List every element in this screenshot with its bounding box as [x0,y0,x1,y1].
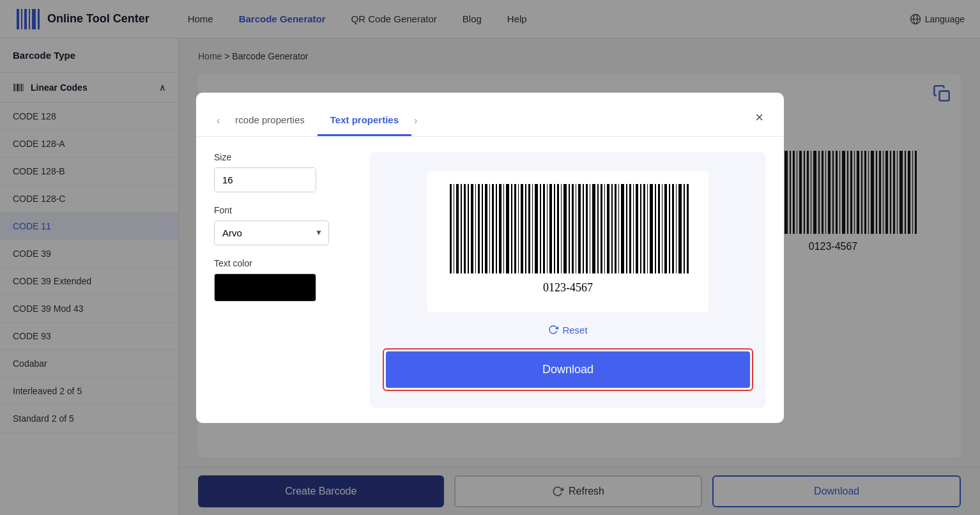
svg-rect-117 [640,184,641,273]
svg-rect-123 [662,184,662,273]
font-select[interactable]: Arvo Arial Roboto Courier Times New Roma… [214,220,329,245]
download-modal-button[interactable]: Download [386,351,750,388]
svg-rect-69 [468,184,469,273]
svg-rect-102 [586,184,588,273]
modal-left-panel: Size ▲ ▼ Font Arvo Arial [214,152,355,408]
svg-rect-88 [535,184,538,273]
svg-rect-103 [590,184,590,273]
svg-rect-127 [676,184,677,273]
svg-rect-97 [569,184,570,273]
svg-rect-82 [514,184,516,273]
reset-button[interactable]: Reset [548,325,587,335]
svg-rect-119 [647,184,648,273]
svg-rect-118 [643,184,645,273]
prev-tab-arrow[interactable]: ‹ [214,115,222,127]
font-label: Font [214,205,329,215]
text-color-label: Text color [214,258,355,268]
svg-rect-114 [629,184,631,273]
svg-rect-81 [511,184,512,273]
svg-rect-74 [485,184,487,273]
svg-rect-124 [664,184,667,273]
svg-rect-87 [532,184,533,273]
modal-body: Size ▲ ▼ Font Arvo Arial [196,137,784,423]
svg-rect-95 [561,184,562,273]
svg-rect-72 [478,184,480,273]
svg-rect-113 [626,184,627,273]
download-button-wrap: Download [383,348,753,391]
svg-rect-112 [621,184,624,273]
modal-barcode-svg: 0123-4567 [447,184,689,299]
font-field: Font Arvo Arial Roboto Courier Times New… [214,205,329,245]
font-select-wrap: Arvo Arial Roboto Courier Times New Roma… [214,220,329,245]
svg-rect-111 [618,184,619,273]
svg-rect-109 [611,184,613,273]
svg-rect-100 [578,184,581,273]
modal: ‹ rcode properties Text properties › × S… [196,93,784,423]
modal-overlay[interactable]: ‹ rcode properties Text properties › × S… [0,0,980,515]
svg-rect-83 [518,184,519,273]
svg-rect-125 [669,184,670,273]
svg-rect-107 [604,184,605,273]
modal-header: ‹ rcode properties Text properties › × [196,93,784,137]
svg-rect-84 [521,184,523,273]
reset-icon [548,325,558,335]
svg-rect-79 [503,184,504,273]
size-label: Size [214,152,355,162]
svg-rect-104 [592,184,595,273]
modal-tab-text[interactable]: Text properties [318,105,411,136]
svg-rect-65 [454,184,454,273]
svg-rect-71 [475,184,476,273]
svg-rect-128 [678,184,682,273]
svg-rect-78 [499,184,501,273]
svg-rect-116 [636,184,638,273]
svg-rect-110 [615,184,616,273]
svg-rect-96 [563,184,567,273]
svg-rect-89 [540,184,541,273]
svg-rect-92 [549,184,552,273]
svg-rect-121 [655,184,656,273]
svg-rect-66 [456,184,459,273]
svg-rect-126 [672,184,674,273]
text-color-swatch[interactable] [214,273,316,302]
svg-rect-130 [687,184,689,273]
reset-label: Reset [562,325,587,335]
svg-rect-101 [583,184,584,273]
size-input[interactable] [215,168,316,192]
svg-rect-76 [492,184,494,273]
modal-right-panel: 0123-4567 Reset Download [370,152,766,408]
svg-text:0123-4567: 0123-4567 [543,281,593,294]
svg-rect-85 [525,184,526,273]
next-tab-arrow[interactable]: › [411,115,420,127]
barcode-preview-wrap: 0123-4567 [427,171,708,312]
svg-rect-115 [633,184,634,273]
size-input-wrap: ▲ ▼ [214,167,316,192]
svg-rect-91 [547,184,547,273]
svg-rect-122 [658,184,660,273]
svg-rect-106 [601,184,602,273]
svg-rect-77 [496,184,497,273]
svg-rect-64 [450,184,452,273]
svg-rect-67 [461,184,462,273]
svg-rect-129 [684,184,685,273]
svg-rect-99 [576,184,576,273]
svg-rect-75 [489,184,490,273]
font-row: Font Arvo Arial Roboto Courier Times New… [214,205,355,245]
svg-rect-70 [471,184,473,273]
svg-rect-68 [464,184,466,273]
svg-rect-73 [482,184,483,273]
modal-close-button[interactable]: × [753,109,766,126]
svg-rect-90 [543,184,545,273]
svg-rect-98 [572,184,574,273]
svg-rect-93 [554,184,555,273]
svg-rect-120 [650,184,653,273]
svg-rect-86 [528,184,530,273]
svg-rect-94 [557,184,559,273]
svg-rect-108 [607,184,609,273]
svg-rect-105 [597,184,599,273]
modal-tab-rcode[interactable]: rcode properties [222,105,317,136]
svg-rect-80 [506,184,509,273]
